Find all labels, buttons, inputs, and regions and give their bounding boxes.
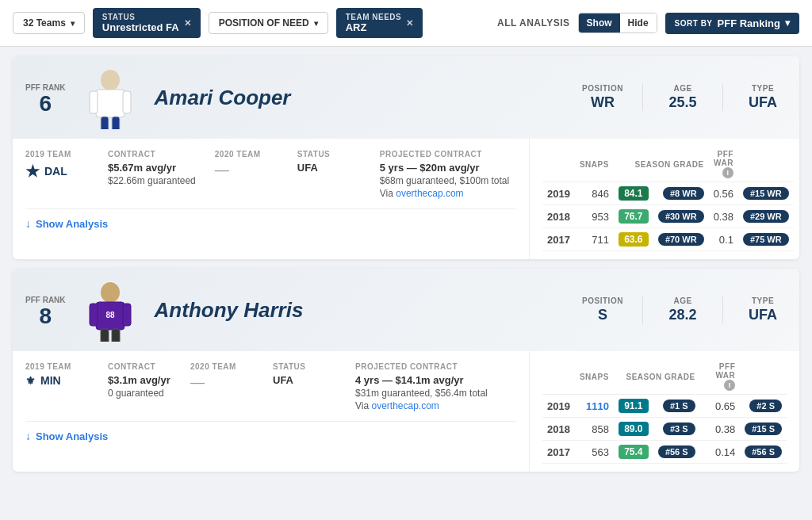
war-info-icon[interactable]: i (722, 167, 733, 178)
stat-snaps: 711 (575, 228, 614, 251)
show-analysis-arrow: ↓ (25, 217, 31, 230)
stat-war-rank: #29 WR (738, 205, 794, 228)
team-needs-filter[interactable]: TEAM NEEDS ARZ ✕ (336, 8, 423, 38)
sort-arrow: ▾ (785, 17, 790, 29)
grade-badge: 89.0 (619, 422, 649, 436)
team-2020-label: 2020 TEAM (190, 362, 254, 371)
svg-rect-4 (101, 117, 109, 129)
war-rank-badge: #2 S (749, 400, 782, 412)
contract-label: CONTRACT (108, 150, 196, 159)
projected-link[interactable]: overthecap.com (396, 188, 463, 199)
team-needs-chip-value: ARZ (346, 21, 367, 33)
player-card-0: PFF Rank 6 Amari Cooper POSITION WR (13, 56, 799, 259)
projected-link[interactable]: overthecap.com (371, 400, 439, 411)
rank-badge: #30 WR (658, 210, 704, 223)
status-block: STATUS UFA (297, 150, 361, 174)
show-toggle-btn[interactable]: Show (579, 13, 620, 32)
sort-by-chip[interactable]: SORT BY PFF Ranking ▾ (665, 13, 799, 34)
team-2020-value: — (215, 162, 278, 178)
team-name: DAL (44, 165, 67, 178)
age-meta-box: AGE 28.2 (659, 296, 707, 323)
status-chip-close[interactable]: ✕ (184, 18, 191, 29)
contract-guaranteed: $22.66m guaranteed (108, 175, 196, 186)
show-analysis-row[interactable]: ↓ Show Analysis (25, 421, 516, 442)
svg-point-0 (101, 70, 120, 90)
meta-divider-2 (722, 296, 723, 323)
col-snaps: SNAPS (575, 359, 614, 395)
projected-block: PROJECTED CONTRACT 5 yrs — $20m avg/yr $… (380, 150, 516, 199)
age-meta-box: AGE 25.5 (659, 84, 707, 111)
team-needs-chip-close[interactable]: ✕ (406, 18, 413, 29)
stat-war: 0.65 (700, 395, 741, 418)
show-hide-toggle[interactable]: Show Hide (578, 13, 657, 33)
war-info-icon[interactable]: i (724, 380, 735, 391)
contract-label: CONTRACT (108, 362, 171, 371)
age-value: 25.5 (659, 94, 707, 111)
player-header: PFF Rank 6 Amari Cooper POSITION WR (13, 56, 799, 139)
stat-snaps: 953 (575, 205, 614, 228)
col-grade: SEASON GRADE (614, 359, 700, 395)
age-label: AGE (659, 296, 707, 305)
stat-war: 0.1 (709, 228, 738, 251)
stat-war-rank: #2 S (740, 395, 787, 418)
type-meta-box: TYPE UFA (739, 84, 787, 111)
status-label: STATUS (297, 150, 361, 159)
teams-filter[interactable]: 32 Teams ▾ (13, 12, 85, 34)
type-value: UFA (739, 94, 787, 111)
stat-war: 0.14 (700, 441, 741, 464)
stat-snaps: 1110 (575, 395, 614, 418)
player-name: Amari Cooper (155, 86, 579, 110)
player-stats-right: SNAPS SEASON GRADE PFF WAR i 2019 1110 9… (530, 351, 799, 472)
grade-badge: 76.7 (619, 209, 649, 224)
contract-row: 2019 TEAM ⚜ MIN CONTRACT $3.1m avg/yr 0 … (25, 362, 516, 411)
projected-label: PROJECTED CONTRACT (380, 150, 516, 159)
projected-label: PROJECTED CONTRACT (355, 362, 516, 371)
player-stats-right: SNAPS SEASON GRADE PFF WAR i 2019 846 84… (530, 139, 799, 259)
col-war: PFF WAR i (700, 359, 741, 395)
stat-snaps: 846 (575, 182, 614, 205)
team-2019-value: ★ DAL (25, 162, 89, 181)
pff-rank-label: PFF Rank (25, 83, 66, 92)
svg-point-6 (101, 282, 120, 303)
stat-snaps: 563 (575, 441, 614, 464)
svg-text:88: 88 (105, 311, 115, 319)
show-analysis-label: Show Analysis (36, 430, 108, 442)
war-rank-badge: #29 WR (743, 210, 789, 223)
sort-by-label: SORT BY (675, 19, 713, 28)
pff-rank-block: PFF Rank 6 (25, 81, 66, 115)
team-needs-chip-label: TEAM NEEDS (346, 13, 402, 21)
team-2019-value: ⚜ MIN (25, 374, 89, 387)
player-image (79, 66, 142, 129)
svg-rect-2 (90, 91, 98, 113)
meta-divider-1 (642, 296, 643, 323)
stat-war-rank: #56 S (740, 441, 787, 464)
svg-rect-12 (112, 329, 120, 342)
stat-grade: 91.1 (614, 395, 653, 418)
stats-table: SNAPS SEASON GRADE PFF WAR i 2019 1110 9… (542, 359, 787, 464)
projected-via: Via overthecap.com (355, 400, 516, 411)
player-stats-left: 2019 TEAM ★ DAL CONTRACT $5.67m avg/yr $… (13, 139, 530, 259)
position-meta-box: POSITION WR (579, 84, 626, 111)
svg-rect-1 (96, 90, 124, 117)
status-block: STATUS UFA (273, 362, 336, 386)
main-content: PFF Rank 6 Amari Cooper POSITION WR (0, 47, 812, 481)
type-value: UFA (739, 307, 787, 323)
pff-rank-number: 6 (25, 93, 66, 115)
contract-guaranteed: 0 guaranteed (108, 388, 171, 399)
position-filter[interactable]: POSITION OF NEED ▾ (209, 12, 328, 34)
stats-row: 2018 858 89.0 #3 S 0.38 #15 S (542, 418, 787, 441)
stat-year: 2018 (542, 418, 575, 441)
stat-grade: 75.4 (614, 441, 653, 464)
stat-year: 2017 (542, 441, 575, 464)
status-chip-value: Unrestricted FA (102, 21, 179, 33)
position-meta-box: POSITION S (579, 296, 626, 323)
projected-sub: $68m guaranteed, $100m total (380, 175, 516, 186)
show-analysis-row[interactable]: ↓ Show Analysis (25, 208, 516, 230)
col-grade: SEASON GRADE (614, 147, 709, 182)
hide-toggle-btn[interactable]: Hide (620, 13, 657, 32)
status-filter[interactable]: STATUS Unrestricted FA ✕ (93, 8, 201, 38)
col-war-rank (738, 147, 794, 182)
position-chip-label: POSITION OF NEED (219, 17, 309, 29)
stat-rank: #30 WR (653, 205, 709, 228)
all-analysis-label: ALL ANALYSIS (497, 17, 570, 29)
